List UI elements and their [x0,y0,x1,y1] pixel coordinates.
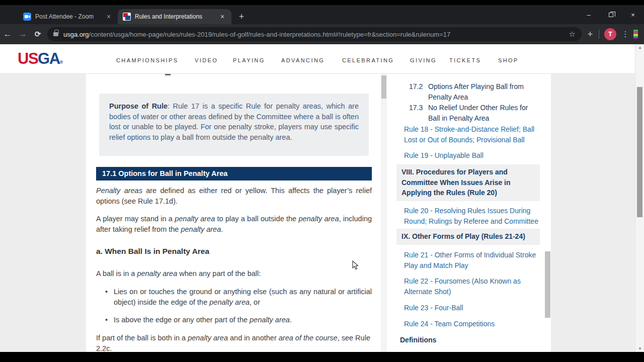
sidebar-link-rule-19[interactable]: Rule 19 - Unplayable Ball [404,150,539,161]
sidebar-link-rule-21[interactable]: Rule 21 - Other Forms of Individual Stro… [404,250,539,270]
nav-tickets[interactable]: TICKETS [449,57,481,63]
minimize-button[interactable]: – [578,11,600,19]
letterbox-bottom [0,352,644,362]
bookmark-star-icon[interactable]: ☆ [569,30,576,39]
address-bar[interactable]: usga.org/content/usga/home-page/rules/ru… [47,27,582,41]
nav-video[interactable]: VIDEO [195,57,218,63]
sidebar-link-rule-23[interactable]: Rule 23 - Four-Ball [404,303,539,313]
sidebar-section-ix[interactable]: IX. Other Forms of Play (Rules 21-24) [396,229,540,245]
new-tab-button[interactable]: + [235,11,248,23]
nav-playing[interactable]: PLAYING [233,57,265,63]
forward-button[interactable]: → [15,29,30,39]
usga-page: USGA® CHAMPIONSHIPS VIDEO PLAYING ADVANC… [0,44,644,352]
tab-strip: Post Attendee - Zoom × Rules and Interpr… [0,5,644,24]
reload-button[interactable]: ⟳ [30,30,45,39]
sidebar-link-rule-24[interactable]: Rule 24 - Team Competitions [404,319,539,329]
sidebar-link-rule-22[interactable]: Rule 22 - Foursomes (Also Known as Alter… [404,276,539,297]
tab-close-icon[interactable]: × [218,13,226,21]
tab-close-icon[interactable]: × [105,13,113,21]
nav-advancing[interactable]: ADVANCING [281,57,325,63]
scroll-up-arrow-icon[interactable]: ▲ [635,45,644,50]
page-scrollbar[interactable]: ▲ ▼ [635,44,644,352]
extension-icon-fragment [633,30,638,39]
browser-window: Post Attendee - Zoom × Rules and Interpr… [0,5,644,352]
nav-shop[interactable]: SHOP [498,57,519,63]
close-button[interactable]: × [622,11,644,19]
site-header: USGA® CHAMPIONSHIPS VIDEO PLAYING ADVANC… [0,44,644,74]
content-container: Purpose of Rule: Rule 17 is a specific R… [86,74,551,352]
browser-toolbar: ← → ⟳ usga.org/content/usga/home-page/ru… [0,24,644,44]
rules-nav-sidebar: 17.2 Options After Playing Ball from Pen… [86,74,551,352]
url-path: /content/usga/home-page/rules/rules-2019… [89,31,451,38]
nav-championships[interactable]: CHAMPIONSHIPS [116,57,179,63]
lock-icon[interactable] [53,32,58,36]
restore-button[interactable] [600,11,622,19]
usga-logo[interactable]: USGA® [18,50,63,68]
sidebar-scrollbar-thumb[interactable] [545,251,550,318]
tab-rules-and-interpretations[interactable]: Rules and Interpretations × [118,9,231,24]
url-text: usga.org/content/usga/home-page/rules/ru… [63,31,565,38]
tab-zoom[interactable]: Post Attendee - Zoom × [18,9,118,24]
nav-giving[interactable]: GIVING [410,57,437,63]
profile-avatar[interactable]: T [604,28,616,40]
restore-icon [609,13,613,17]
sidebar-link-rule-20[interactable]: Rule 20 - Resolving Rules Issues During … [404,206,539,226]
nav-celebrating[interactable]: CELEBRATING [342,57,394,63]
tab-title: Post Attendee - Zoom [35,13,101,20]
window-controls: – × [578,5,644,24]
sidebar-section-viii[interactable]: VIII. Procedures for Players and Committ… [396,164,540,201]
screen: Post Attendee - Zoom × Rules and Interpr… [0,0,644,362]
scroll-down-arrow-icon[interactable]: ▼ [635,346,644,351]
browser-menu-icon[interactable]: ⋮ [621,30,629,39]
sidebar-link-definitions[interactable]: Definitions [400,335,436,345]
letterbox-top [0,0,644,5]
url-domain: usga.org [63,31,89,38]
page-scrollbar-thumb[interactable] [637,87,642,217]
page-body: Purpose of Rule: Rule 17 is a specific R… [0,74,644,352]
toolbar-plus-icon[interactable]: + [582,29,599,40]
back-button[interactable]: ← [0,29,15,39]
usga-favicon-icon [123,13,131,21]
toolbar-divider [599,30,599,39]
zoom-favicon-icon [23,13,31,21]
tab-title: Rules and Interpretations [135,13,214,20]
sidebar-link-rule-18[interactable]: Rule 18 - Stroke-and-Distance Relief; Ba… [404,124,539,145]
